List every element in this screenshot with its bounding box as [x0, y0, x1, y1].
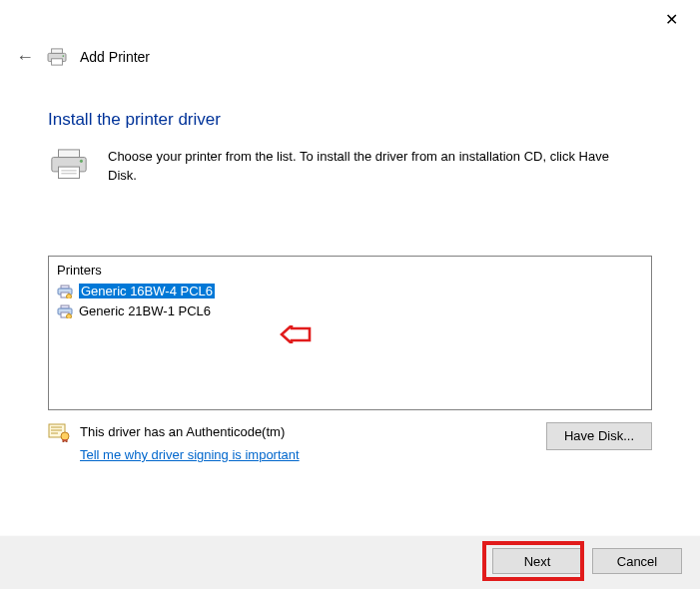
svg-point-22	[61, 432, 69, 440]
svg-point-3	[62, 55, 64, 57]
printers-listbox[interactable]: Printers Generic 16BW-4 PCL6	[48, 256, 652, 410]
instruction-text: Choose your printer from the list. To in…	[108, 148, 637, 186]
svg-point-13	[67, 294, 72, 298]
next-button[interactable]: Next	[492, 548, 582, 574]
cancel-button[interactable]: Cancel	[592, 548, 682, 574]
wizard-footer: Next Cancel	[0, 535, 700, 589]
instruction-row: Choose your printer from the list. To in…	[48, 148, 652, 186]
svg-rect-0	[52, 49, 63, 54]
printer-item-label: Generic 21BW-1 PCL6	[79, 303, 211, 318]
svg-rect-2	[52, 59, 63, 65]
printer-item-icon	[57, 285, 73, 298]
wizard-header: ← Add Printer	[16, 48, 150, 66]
certificate-icon	[48, 422, 70, 442]
svg-rect-6	[58, 167, 79, 178]
driver-signing-link[interactable]: Tell me why driver signing is important	[80, 445, 300, 465]
printer-list-item[interactable]: Generic 21BW-1 PCL6	[51, 301, 649, 321]
back-arrow-icon[interactable]: ←	[16, 48, 34, 66]
have-disk-button[interactable]: Have Disk...	[546, 422, 652, 450]
svg-rect-4	[58, 150, 79, 158]
printer-large-icon	[48, 148, 90, 182]
wizard-title: Add Printer	[80, 49, 150, 65]
printer-item-label: Generic 16BW-4 PCL6	[79, 284, 215, 298]
printer-icon	[46, 48, 68, 66]
authenticode-status: This driver has an Authenticode(tm)	[80, 422, 300, 442]
printer-list-item[interactable]: Generic 16BW-4 PCL6	[51, 282, 649, 301]
close-button[interactable]: ✕	[665, 10, 678, 29]
page-heading: Install the printer driver	[48, 110, 652, 130]
main-content: Install the printer driver Choose your p…	[48, 110, 652, 476]
svg-point-17	[67, 313, 72, 318]
svg-point-7	[80, 160, 83, 163]
printers-column-header: Printers	[51, 261, 649, 282]
printer-item-icon	[57, 304, 73, 318]
